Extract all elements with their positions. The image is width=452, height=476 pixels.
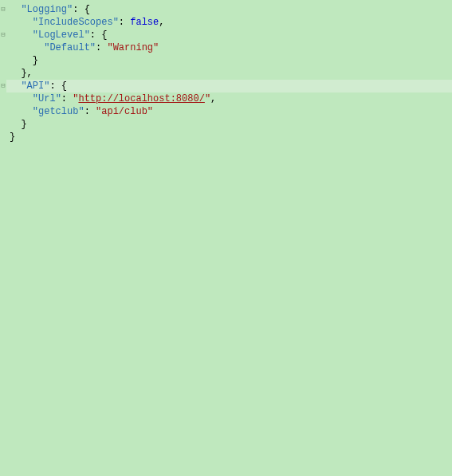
indent	[10, 17, 33, 28]
code-line[interactable]: "IncludeScopes": false,	[6, 16, 452, 29]
json-key-api: "API"	[21, 81, 49, 92]
code-line[interactable]: "LogLevel": {	[6, 29, 452, 41]
brace-open: {	[61, 81, 67, 92]
json-string-url: "http://localhost:8080/"	[73, 93, 210, 104]
indent	[10, 55, 33, 66]
brace-close-comma: },	[21, 68, 32, 79]
fold-glyph-empty	[0, 41, 6, 54]
colon: :	[85, 106, 96, 117]
code-line-current[interactable]: "API": {	[6, 80, 452, 92]
comma: ,	[210, 93, 216, 104]
brace-open: {	[101, 30, 107, 41]
fold-glyph-icon[interactable]: ⊟	[0, 3, 6, 16]
indent	[10, 42, 44, 53]
indent	[10, 68, 21, 79]
code-editor[interactable]: ⊟ ⊟ ⊟ "Logging": { "IncludeScopes": fals…	[0, 0, 452, 476]
json-key-default: "Default"	[44, 42, 96, 53]
json-key-url: "Url"	[33, 93, 61, 104]
json-key-getclub: "getclub"	[33, 106, 85, 117]
fold-glyph-empty	[0, 16, 6, 29]
colon: :	[96, 42, 107, 53]
json-string: "api/club"	[96, 106, 153, 117]
fold-glyph-empty	[0, 54, 6, 67]
indent	[10, 119, 21, 130]
comma: ,	[159, 17, 164, 28]
colon: :	[61, 93, 73, 104]
json-key-includescopes: "IncludeScopes"	[33, 17, 119, 28]
code-area[interactable]: "Logging": { "IncludeScopes": false, "Lo…	[6, 3, 452, 144]
indent	[10, 106, 33, 117]
fold-glyph-icon[interactable]: ⊟	[0, 80, 6, 92]
colon: :	[73, 4, 84, 15]
code-line[interactable]: "Logging": {	[6, 3, 452, 16]
brace-open: {	[85, 4, 90, 15]
json-string: "Warning"	[107, 42, 159, 53]
brace-close: }	[10, 132, 15, 143]
brace-close: }	[21, 119, 26, 130]
code-line[interactable]: },	[6, 67, 452, 80]
code-line[interactable]: "Default": "Warning"	[6, 41, 452, 54]
code-line[interactable]: "getclub": "api/club"	[6, 105, 452, 118]
colon: :	[90, 30, 101, 41]
code-line[interactable]: }	[6, 54, 452, 67]
fold-gutter: ⊟ ⊟ ⊟	[0, 0, 6, 476]
json-key-logging: "Logging"	[21, 4, 73, 15]
brace-close: }	[33, 55, 38, 66]
fold-glyph-empty	[0, 67, 6, 80]
json-key-loglevel: "LogLevel"	[33, 30, 90, 41]
indent	[10, 30, 33, 41]
json-bool: false	[130, 17, 159, 28]
code-line[interactable]: "Url": "http://localhost:8080/",	[6, 92, 452, 105]
colon: :	[49, 81, 61, 92]
indent	[10, 81, 21, 92]
url-link[interactable]: http://localhost:8080/	[78, 93, 204, 104]
code-line[interactable]: }	[6, 118, 452, 131]
colon: :	[119, 17, 130, 28]
fold-glyph-icon[interactable]: ⊟	[0, 29, 6, 41]
indent	[10, 4, 21, 15]
indent	[10, 93, 33, 104]
code-line[interactable]: }	[6, 131, 452, 144]
